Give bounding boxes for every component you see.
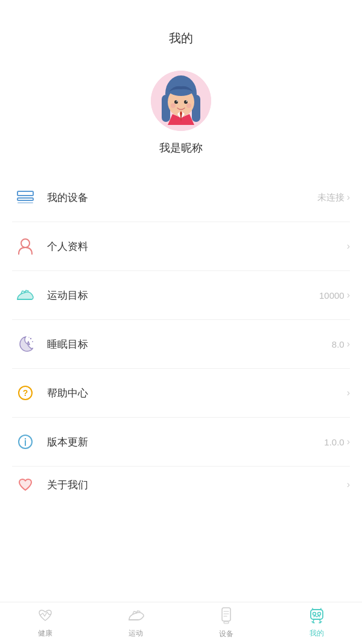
svg-rect-14 <box>17 202 33 203</box>
about-arrow: › <box>347 479 350 490</box>
mine-nav-icon <box>308 608 325 626</box>
sleep-value: 8.0 <box>332 339 345 349</box>
svg-point-18 <box>28 337 29 337</box>
version-value: 1.0.0 <box>324 437 344 447</box>
exercise-value: 10000 <box>319 290 345 301</box>
sport-nav-icon <box>127 608 144 626</box>
menu-item-device[interactable]: 我的设备 未连接 › <box>12 173 350 222</box>
sleep-arrow: › <box>347 339 350 349</box>
device-nav-icon <box>220 607 233 626</box>
mine-nav-label: 我的 <box>310 628 324 639</box>
profile-arrow: › <box>347 241 350 252</box>
menu-item-exercise[interactable]: 运动目标 10000 › <box>12 271 350 320</box>
svg-point-16 <box>30 338 31 339</box>
help-arrow: › <box>347 387 350 398</box>
svg-rect-26 <box>224 622 229 623</box>
menu-item-sleep[interactable]: 睡眠目标 8.0 › <box>12 320 350 369</box>
menu-list: 我的设备 未连接 › 个人资料 › 运动目标 10000 › <box>0 173 362 497</box>
svg-point-17 <box>32 341 33 342</box>
svg-point-23 <box>25 438 26 439</box>
device-arrow: › <box>347 192 350 203</box>
health-nav-label: 健康 <box>38 628 52 639</box>
svg-point-32 <box>318 613 321 616</box>
sleep-label: 睡眠目标 <box>47 337 332 351</box>
version-label: 版本更新 <box>47 435 324 449</box>
svg-point-10 <box>171 103 176 108</box>
svg-point-9 <box>186 101 188 102</box>
device-icon <box>12 184 39 211</box>
nav-item-sport[interactable]: 运动 <box>91 602 181 644</box>
svg-point-11 <box>186 103 191 108</box>
svg-text:?: ? <box>23 388 28 398</box>
help-icon: ? <box>12 380 39 406</box>
health-nav-icon <box>37 608 53 626</box>
version-arrow: › <box>347 436 350 447</box>
nav-item-health[interactable]: 健康 <box>0 602 91 644</box>
svg-rect-12 <box>17 191 33 196</box>
shoe-icon <box>12 282 39 308</box>
exercise-arrow: › <box>347 290 350 301</box>
about-label: 关于我们 <box>47 478 345 492</box>
svg-rect-13 <box>17 198 33 200</box>
info-icon <box>12 429 39 455</box>
page-title: 我的 <box>0 0 362 59</box>
header-title-text: 我的 <box>169 31 193 45</box>
menu-item-about[interactable]: 关于我们 › <box>12 467 350 497</box>
person-icon <box>12 233 39 260</box>
profile-label: 个人资料 <box>47 240 345 253</box>
sport-nav-label: 运动 <box>129 628 143 639</box>
svg-point-15 <box>21 239 30 247</box>
exercise-label: 运动目标 <box>47 289 319 302</box>
username-label: 我是昵称 <box>159 141 203 155</box>
profile-section: 我是昵称 <box>0 59 362 173</box>
svg-rect-25 <box>222 608 230 621</box>
svg-point-8 <box>177 101 178 102</box>
moon-icon <box>12 331 39 357</box>
nav-item-mine[interactable]: 我的 <box>272 602 362 644</box>
svg-point-31 <box>313 613 316 616</box>
device-nav-label: 设备 <box>219 629 233 639</box>
help-label: 帮助中心 <box>47 386 345 400</box>
device-label: 我的设备 <box>47 191 317 205</box>
menu-item-version[interactable]: 版本更新 1.0.0 › <box>12 418 350 467</box>
menu-item-profile[interactable]: 个人资料 › <box>12 222 350 271</box>
device-value: 未连接 <box>317 192 345 203</box>
avatar[interactable] <box>151 71 211 131</box>
bottom-nav: 健康 运动 设备 <box>0 602 362 644</box>
heart-icon <box>12 471 39 497</box>
menu-item-help[interactable]: ? 帮助中心 › <box>12 369 350 418</box>
nav-item-device[interactable]: 设备 <box>181 602 272 644</box>
